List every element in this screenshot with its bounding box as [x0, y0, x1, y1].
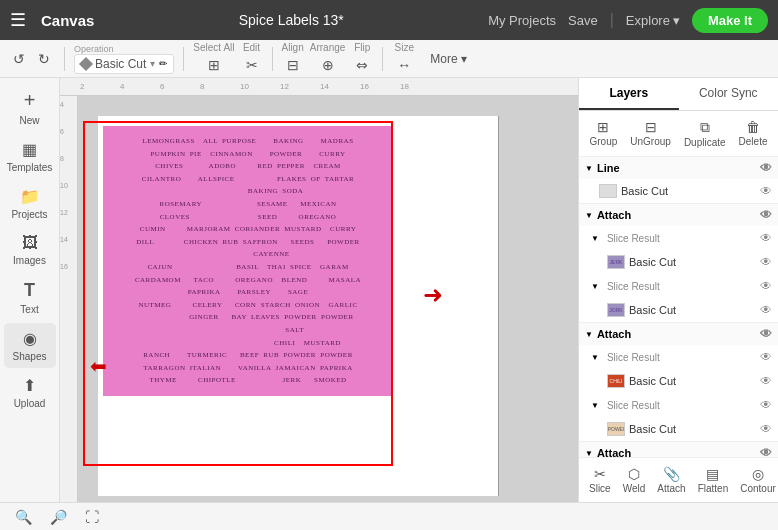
topbar-right: My Projects Save | Explore ▾ Make It — [488, 8, 768, 33]
select-all-button[interactable]: ⊞ — [203, 54, 225, 76]
operation-edit-icon[interactable]: ✏ — [159, 58, 167, 69]
slice1-visibility-icon[interactable]: 👁 — [760, 231, 772, 245]
vertical-guide-line — [498, 116, 499, 496]
arrange-button[interactable]: ⊕ — [317, 54, 339, 76]
left-sidebar: + New ▦ Templates 📁 Projects 🖼 Images T … — [0, 78, 60, 502]
layer-slice-result-1[interactable]: ▼ Slice Result 👁 — [579, 226, 778, 250]
toolbar: ↺ ↻ Operation Basic Cut ▾ ✏ Select All ⊞… — [0, 40, 778, 78]
sidebar-new-label: New — [19, 115, 39, 126]
group-icon: ⊞ — [597, 119, 609, 135]
chili-visibility-icon[interactable]: 👁 — [760, 374, 772, 388]
sidebar-item-templates[interactable]: ▦ Templates — [4, 134, 56, 179]
projects-icon: 📁 — [20, 187, 40, 206]
sidebar-item-upload[interactable]: ⬆ Upload — [4, 370, 56, 415]
layer-section-attach-2[interactable]: ▼ Attach 👁 — [579, 323, 778, 345]
redo-button[interactable]: ↻ — [33, 48, 55, 70]
attach2-arrow-icon: ▼ — [585, 330, 593, 339]
layer-section-attach-1[interactable]: ▼ Attach 👁 — [579, 204, 778, 226]
line-visibility-icon[interactable]: 👁 — [760, 161, 772, 175]
slice-label: Slice — [589, 483, 611, 494]
slice-icon: ✂ — [594, 466, 606, 482]
size-button[interactable]: ↔ — [392, 54, 416, 76]
ungroup-button[interactable]: ⊟ UnGroup — [625, 116, 676, 151]
layer-slice-result-3[interactable]: ▼ Slice Result 👁 — [579, 345, 778, 369]
jork-visibility-icon[interactable]: 👁 — [760, 303, 772, 317]
toolbar-separator-1 — [64, 47, 65, 71]
tab-layers[interactable]: Layers — [579, 78, 679, 110]
sidebar-item-new[interactable]: + New — [4, 83, 56, 132]
flip-group: Flip ⇔ — [351, 42, 373, 76]
slice2-visibility-icon[interactable]: 👁 — [760, 279, 772, 293]
layer-item-powei-basic-cut[interactable]: POWEI Basic Cut 👁 — [579, 417, 778, 441]
save-button[interactable]: Save — [568, 13, 598, 28]
duplicate-label: Duplicate — [684, 137, 726, 148]
flip-button[interactable]: ⇔ — [351, 54, 373, 76]
layer-line-basic-cut-label: Basic Cut — [621, 185, 756, 197]
group-button[interactable]: ⊞ Group — [585, 116, 623, 151]
attach1-visibility-icon[interactable]: 👁 — [760, 208, 772, 222]
line-item-visibility-icon[interactable]: 👁 — [760, 184, 772, 198]
ungroup-icon: ⊟ — [645, 119, 657, 135]
fit-icon: ⛶ — [85, 509, 99, 525]
contour-label: Contour — [740, 483, 776, 494]
weld-button[interactable]: ⬡ Weld — [618, 463, 651, 497]
layer-slice-result-2[interactable]: ▼ Slice Result 👁 — [579, 274, 778, 298]
my-projects-link[interactable]: My Projects — [488, 13, 556, 28]
canvas-content[interactable]: LEMONGRASS ALL PURPOSE BAKING MADRAS PUM… — [78, 96, 578, 502]
make-it-button[interactable]: Make It — [692, 8, 768, 33]
sidebar-upload-label: Upload — [14, 398, 46, 409]
size-group: Size ↔ — [392, 42, 416, 76]
layer-section-line[interactable]: ▼ Line 👁 — [579, 157, 778, 179]
sidebar-item-text[interactable]: T Text — [4, 274, 56, 321]
sidebar-item-projects[interactable]: 📁 Projects — [4, 181, 56, 226]
toolbar-separator-2 — [183, 47, 184, 71]
project-title: Spice Labels 13* — [104, 12, 478, 28]
edit-button[interactable]: ✂ — [241, 54, 263, 76]
sidebar-item-shapes[interactable]: ◉ Shapes — [4, 323, 56, 368]
zoom-in-button[interactable]: 🔎 — [45, 507, 72, 527]
layer-item-jork-basic-cut[interactable]: JORK Basic Cut 👁 — [579, 298, 778, 322]
attach3-visibility-icon[interactable]: 👁 — [760, 446, 772, 457]
explore-button[interactable]: Explore ▾ — [626, 13, 680, 28]
slice-button[interactable]: ✂ Slice — [584, 463, 616, 497]
spice-labels-design[interactable]: LEMONGRASS ALL PURPOSE BAKING MADRAS PUM… — [103, 126, 393, 396]
operation-selector[interactable]: Basic Cut ▾ ✏ — [74, 54, 174, 74]
duplicate-button[interactable]: ⧉ Duplicate — [679, 116, 731, 151]
templates-icon: ▦ — [22, 140, 37, 159]
jerk-visibility-icon[interactable]: 👁 — [760, 255, 772, 269]
align-button[interactable]: ⊟ — [282, 54, 304, 76]
right-arrow-icon: ➜ — [423, 281, 443, 309]
powei-visibility-icon[interactable]: 👁 — [760, 422, 772, 436]
layer-item-line-basic-cut[interactable]: Basic Cut 👁 — [579, 179, 778, 203]
jork-thumbnail: JORK — [607, 303, 625, 317]
tab-color-sync[interactable]: Color Sync — [679, 78, 779, 110]
select-all-label: Select All — [193, 42, 234, 53]
slice-result-4-label: Slice Result — [603, 400, 660, 411]
slice4-visibility-icon[interactable]: 👁 — [760, 398, 772, 412]
layer-item-jerk-basic-cut[interactable]: JERK Basic Cut 👁 — [579, 250, 778, 274]
fit-button[interactable]: ⛶ — [80, 507, 104, 527]
attach-label: Attach — [657, 483, 685, 494]
flatten-button[interactable]: ▤ Flatten — [693, 463, 734, 497]
sidebar-item-images[interactable]: 🖼 Images — [4, 228, 56, 272]
slice3-visibility-icon[interactable]: 👁 — [760, 350, 772, 364]
layer-item-chili-basic-cut[interactable]: CHILI Basic Cut 👁 — [579, 369, 778, 393]
operation-group: Operation Basic Cut ▾ ✏ — [74, 44, 174, 74]
jerk-basic-cut-label: Basic Cut — [629, 256, 756, 268]
powei-thumbnail: POWEI — [607, 422, 625, 436]
sidebar-shapes-label: Shapes — [13, 351, 47, 362]
attach-button[interactable]: 📎 Attach — [652, 463, 690, 497]
slice3-arrow-icon: ▼ — [591, 353, 599, 362]
bottom-bar: 🔍 🔎 ⛶ — [0, 502, 778, 530]
canvas-area[interactable]: 2 4 6 8 10 12 14 16 18 4 6 8 10 12 14 16 — [60, 78, 578, 502]
chili-thumbnail: CHILI — [607, 374, 625, 388]
layer-slice-result-4[interactable]: ▼ Slice Result 👁 — [579, 393, 778, 417]
delete-button[interactable]: 🗑 Delete — [734, 116, 773, 151]
attach2-visibility-icon[interactable]: 👁 — [760, 327, 772, 341]
zoom-out-button[interactable]: 🔍 — [10, 507, 37, 527]
undo-button[interactable]: ↺ — [8, 48, 30, 70]
contour-button[interactable]: ◎ Contour — [735, 463, 778, 497]
hamburger-menu[interactable]: ☰ — [10, 9, 26, 31]
more-button[interactable]: More ▾ — [422, 49, 475, 69]
layer-section-attach-3[interactable]: ▼ Attach 👁 — [579, 442, 778, 457]
